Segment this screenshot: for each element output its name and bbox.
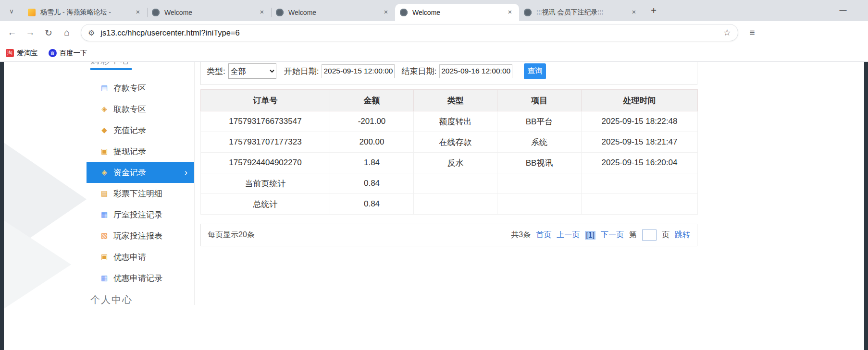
prev-page-link[interactable]: 上一页 (557, 230, 580, 240)
end-date-input[interactable] (439, 64, 512, 78)
globe-favicon (524, 9, 532, 16)
page-background: 购彩中心 ▤ 存款专区 ◈ 取款专区 ◆ 充值记录 ▣ 提现记录 (0, 62, 868, 350)
funds-records-icon: ◈ (99, 168, 110, 177)
sidebar-section-lottery-center[interactable]: 购彩中心 (87, 62, 194, 71)
sidebar-item-player-bet-report[interactable]: ▧ 玩家投注报表 (87, 225, 194, 246)
site-settings-icon[interactable]: ⚙ (88, 28, 95, 37)
browser-toolbar: ← → ↻ ⌂ ⚙ js13.cc/hhcp/usercenter.html?i… (0, 21, 868, 44)
tab-search-button[interactable]: ∨ (5, 4, 18, 18)
table-cell: BB视讯 (497, 153, 582, 173)
table-row-grand-total: 总统计 0.84 (201, 194, 698, 215)
close-tab-icon[interactable]: × (382, 8, 390, 17)
browser-tab-strip: ∨ 杨雪儿 - 海燕策略论坛 - × Welcome × Welcome × W… (0, 0, 868, 21)
browser-sidebar-icon[interactable]: ≡ (743, 24, 761, 42)
table-cell: 额度转出 (414, 111, 497, 132)
tab-welcome-active[interactable]: Welcome × (395, 4, 519, 21)
column-header-order-no: 订单号 (201, 90, 330, 111)
forum-favicon (28, 9, 36, 16)
url-text[interactable]: js13.cc/hhcp/usercenter.html?iniType=6 (100, 28, 723, 37)
withdraw-zone-icon: ◈ (99, 105, 110, 113)
column-header-amount: 金额 (330, 90, 414, 111)
table-cell (414, 173, 497, 194)
bookmark-baidu[interactable]: 百 百度一下 (49, 48, 87, 58)
table-cell (582, 194, 698, 215)
query-button[interactable]: 查询 (524, 63, 546, 79)
table-cell: 1757931766733547 (201, 111, 330, 132)
decor-triangle (4, 220, 71, 309)
tab-bet-records[interactable]: :::视讯 会员下注纪录::: × (519, 4, 643, 21)
table-cell: 200.00 (330, 132, 414, 153)
new-tab-button[interactable]: + (647, 4, 660, 17)
forward-button[interactable]: → (21, 24, 39, 42)
active-section-underline (90, 68, 132, 70)
jump-link[interactable]: 跳转 (675, 230, 690, 240)
sidebar-item-label: 玩家投注报表 (113, 230, 162, 241)
sidebar-item-hall-bet-records[interactable]: ▦ 厅室投注记录 (87, 204, 194, 225)
type-label: 类型: (207, 66, 225, 77)
per-page-label: 每页显示20条 (208, 230, 255, 240)
first-page-link[interactable]: 首页 (536, 230, 551, 240)
baidu-favicon: 百 (49, 49, 57, 57)
tab-title: Welcome (288, 9, 382, 16)
sidebar-item-withdrawal-records[interactable]: ▣ 提现记录 (87, 141, 194, 162)
table-cell (414, 194, 497, 215)
table-cell: 0.84 (330, 194, 414, 215)
filter-panel: 类型: 全部 开始日期: 结束日期: 查询 (200, 62, 697, 85)
column-header-type: 类型 (414, 90, 497, 111)
table-cell: 1757931707177323 (201, 132, 330, 153)
sidebar-section-personal-center[interactable]: 个人中心 (90, 293, 133, 306)
sidebar-item-recharge-records[interactable]: ◆ 充值记录 (87, 120, 194, 141)
sidebar-item-label: 厅室投注记录 (113, 209, 162, 220)
bookmark-star-icon[interactable]: ☆ (723, 27, 731, 38)
sidebar-item-label: 充值记录 (113, 125, 146, 136)
globe-favicon (152, 9, 160, 16)
reload-button[interactable]: ↻ (39, 24, 58, 42)
lottery-bet-details-icon: ▤ (99, 189, 110, 198)
table-cell: -201.00 (330, 111, 414, 132)
close-tab-icon[interactable]: × (258, 8, 266, 17)
tab-title: :::视讯 会员下注纪录::: (536, 8, 630, 17)
close-tab-icon[interactable]: × (134, 8, 142, 17)
sidebar-item-funds-records[interactable]: ◈ 资金记录 › (87, 162, 194, 183)
sidebar: 购彩中心 ▤ 存款专区 ◈ 取款专区 ◆ 充值记录 ▣ 提现记录 (87, 62, 195, 305)
minimize-button[interactable]: — (835, 2, 851, 17)
address-bar[interactable]: ⚙ js13.cc/hhcp/usercenter.html?iniType=6… (81, 24, 738, 41)
sidebar-item-label: 取款专区 (113, 104, 146, 115)
tab-welcome-1[interactable]: Welcome × (147, 4, 271, 21)
table-cell (582, 173, 698, 194)
sidebar-item-lottery-bet-details[interactable]: ▤ 彩票下注明细 (87, 183, 194, 204)
type-select[interactable]: 全部 (228, 63, 276, 79)
sidebar-item-deposit-zone[interactable]: ▤ 存款专区 (87, 77, 194, 98)
promo-apply-records-icon: ▦ (99, 274, 110, 282)
bookmark-aitaobao[interactable]: 淘 爱淘宝 (6, 48, 38, 58)
current-page-indicator: [1] (585, 231, 595, 240)
home-button[interactable]: ⌂ (58, 24, 76, 42)
table-cell: 当前页统计 (201, 173, 330, 194)
table-cell: 总统计 (201, 194, 330, 215)
sidebar-item-label: 优惠申请 (113, 252, 146, 263)
table-cell: 反水 (414, 153, 497, 173)
sidebar-item-withdraw-zone[interactable]: ◈ 取款专区 (87, 98, 194, 120)
page-word-before: 第 (629, 230, 637, 240)
start-date-input[interactable] (322, 64, 395, 78)
tab-welcome-2[interactable]: Welcome × (271, 4, 395, 21)
page-number-input[interactable] (642, 229, 657, 241)
page-word-after: 页 (662, 230, 670, 240)
next-page-link[interactable]: 下一页 (601, 230, 624, 240)
tab-forum[interactable]: 杨雪儿 - 海燕策略论坛 - × (23, 4, 147, 21)
back-button[interactable]: ← (3, 24, 21, 42)
table-row-page-total: 当前页统计 0.84 (201, 173, 698, 194)
sidebar-item-label: 资金记录 (113, 167, 146, 178)
close-tab-icon[interactable]: × (506, 8, 514, 17)
sidebar-item-promo-apply[interactable]: ▣ 优惠申请 (87, 246, 194, 267)
close-tab-icon[interactable]: × (630, 8, 638, 17)
sidebar-item-promo-apply-records[interactable]: ▦ 优惠申请记录 (87, 267, 194, 289)
column-header-time: 处理时间 (582, 90, 698, 111)
table-header-row: 订单号 金额 类型 项目 处理时间 (201, 90, 698, 111)
table-cell: 2025-09-15 18:21:47 (582, 132, 698, 153)
start-date-label: 开始日期: (284, 66, 319, 77)
pagination-controls: 共3条 首页 上一页 [1] 下一页 第 页 跳转 (511, 229, 690, 241)
sidebar-menu: ▤ 存款专区 ◈ 取款专区 ◆ 充值记录 ▣ 提现记录 ◈ 资金记录 (87, 77, 194, 289)
table-cell: 0.84 (330, 173, 414, 194)
sidebar-item-label: 存款专区 (113, 83, 146, 94)
